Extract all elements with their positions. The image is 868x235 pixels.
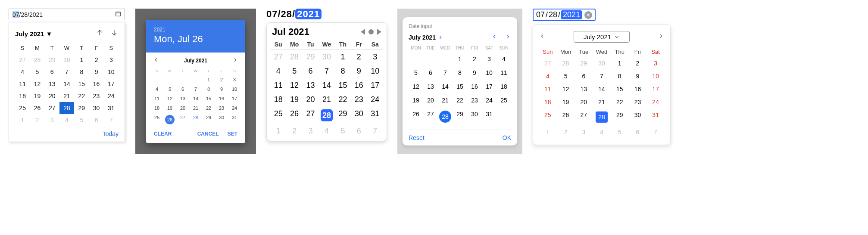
day-cell[interactable]: 26 bbox=[557, 108, 575, 126]
day-cell[interactable]: 17 bbox=[647, 83, 664, 96]
day-cell[interactable]: 17 bbox=[367, 78, 383, 93]
ios-date-input[interactable]: 07/28/2021 bbox=[266, 9, 387, 20]
day-cell[interactable]: 8 bbox=[74, 66, 89, 78]
day-cell[interactable]: 28 bbox=[30, 54, 44, 66]
prev-month-button[interactable] bbox=[539, 33, 545, 41]
day-cell[interactable]: 29 bbox=[303, 50, 318, 64]
input-day[interactable]: 28 bbox=[281, 9, 292, 19]
day-cell[interactable]: 2 bbox=[89, 54, 103, 66]
day-cell[interactable]: 5 bbox=[286, 64, 302, 78]
day-cell[interactable]: 30 bbox=[593, 57, 610, 70]
day-cell[interactable]: 20 bbox=[423, 93, 438, 107]
day-cell[interactable]: 21 bbox=[593, 96, 610, 108]
day-cell[interactable]: 2 bbox=[557, 126, 575, 139]
day-cell[interactable]: 2 bbox=[215, 75, 228, 84]
day-cell[interactable]: 9 bbox=[215, 84, 228, 94]
day-cell[interactable]: 16 bbox=[215, 94, 228, 103]
set-button[interactable]: SET bbox=[228, 131, 237, 137]
day-cell[interactable]: 18 bbox=[270, 93, 286, 107]
day-cell[interactable]: 6 bbox=[423, 66, 438, 80]
month-year-selector[interactable]: July 2021 bbox=[409, 34, 443, 41]
day-cell[interactable]: 22 bbox=[611, 96, 628, 108]
day-cell[interactable]: 9 bbox=[629, 70, 646, 83]
today-button[interactable] bbox=[368, 29, 374, 34]
day-cell[interactable]: 25 bbox=[150, 113, 163, 127]
day-cell[interactable]: 27 bbox=[539, 57, 556, 70]
day-cell[interactable]: 23 bbox=[467, 93, 482, 107]
day-cell[interactable]: 24 bbox=[367, 93, 383, 107]
day-cell[interactable]: 7 bbox=[59, 66, 74, 78]
next-month-button[interactable] bbox=[658, 33, 664, 41]
day-cell[interactable]: 4 bbox=[496, 52, 511, 66]
day-cell[interactable]: 26 bbox=[409, 107, 423, 126]
day-cell[interactable]: 13 bbox=[45, 78, 59, 90]
day-cell[interactable]: 6 bbox=[89, 114, 103, 126]
day-cell[interactable]: 14 bbox=[438, 80, 453, 93]
day-cell[interactable]: 11 bbox=[539, 83, 556, 96]
day-cell[interactable]: 5 bbox=[557, 70, 575, 83]
day-cell[interactable]: 13 bbox=[423, 80, 438, 93]
prev-month-button[interactable] bbox=[361, 29, 365, 35]
day-cell[interactable]: 25 bbox=[270, 107, 286, 124]
day-cell[interactable]: 29 bbox=[45, 54, 59, 66]
day-cell[interactable]: 30 bbox=[467, 107, 482, 126]
day-cell[interactable]: 29 bbox=[453, 107, 467, 126]
day-cell[interactable]: 25 bbox=[539, 108, 556, 126]
day-cell[interactable]: 2 bbox=[629, 57, 646, 70]
day-cell[interactable]: 10 bbox=[228, 84, 241, 94]
month-year-selector[interactable]: July 2021 bbox=[574, 31, 630, 43]
day-cell[interactable]: 23 bbox=[89, 90, 103, 102]
day-cell[interactable]: 22 bbox=[74, 90, 89, 102]
day-cell[interactable]: 2 bbox=[467, 52, 482, 66]
wc-date-input[interactable]: 07 / 28 / 2021 ✕ bbox=[533, 9, 596, 21]
day-cell[interactable]: 16 bbox=[467, 80, 482, 93]
day-cell[interactable]: 27 bbox=[423, 107, 438, 126]
day-cell[interactable]: 7 bbox=[367, 124, 383, 138]
day-cell[interactable]: 6 bbox=[629, 126, 646, 139]
prev-month-button[interactable] bbox=[153, 57, 159, 65]
day-cell[interactable]: 3 bbox=[104, 54, 119, 66]
day-cell[interactable]: 12 bbox=[409, 80, 423, 93]
day-cell[interactable]: 29 bbox=[335, 107, 351, 124]
day-cell[interactable]: 15 bbox=[335, 78, 351, 93]
calendar-icon[interactable] bbox=[115, 11, 121, 18]
day-cell[interactable]: 3 bbox=[228, 75, 241, 84]
day-cell[interactable]: 30 bbox=[89, 102, 103, 114]
day-cell[interactable]: 18 bbox=[150, 103, 163, 113]
day-cell[interactable]: 21 bbox=[438, 93, 453, 107]
day-cell[interactable]: 2 bbox=[30, 114, 44, 126]
day-cell[interactable]: 17 bbox=[228, 94, 241, 103]
day-cell[interactable]: 1 bbox=[611, 57, 628, 70]
day-cell[interactable]: 29 bbox=[74, 102, 89, 114]
day-cell[interactable]: 14 bbox=[189, 94, 202, 103]
day-cell[interactable]: 9 bbox=[351, 64, 367, 78]
chrome-date-input[interactable]: 07/28/2021 bbox=[9, 9, 125, 20]
month-label[interactable]: Jul 2021 bbox=[272, 26, 309, 37]
clear-button[interactable]: CLEAR bbox=[154, 131, 172, 137]
day-cell[interactable]: 3 bbox=[367, 50, 383, 64]
day-cell[interactable]: 4 bbox=[270, 64, 286, 78]
day-cell[interactable]: 30 bbox=[629, 108, 646, 126]
input-year[interactable]: 2021 bbox=[29, 11, 43, 18]
day-cell[interactable]: 15 bbox=[611, 83, 628, 96]
day-cell[interactable]: 21 bbox=[189, 103, 202, 113]
day-cell[interactable]: 6 bbox=[303, 64, 318, 78]
day-cell[interactable]: 12 bbox=[557, 83, 575, 96]
day-cell[interactable]: 5 bbox=[74, 114, 89, 126]
day-cell[interactable]: 29 bbox=[202, 113, 215, 127]
day-cell[interactable]: 11 bbox=[496, 66, 511, 80]
day-cell[interactable]: 1 bbox=[453, 52, 467, 66]
day-cell[interactable]: 22 bbox=[202, 103, 215, 113]
day-cell[interactable]: 9 bbox=[89, 66, 103, 78]
input-year[interactable]: 2021 bbox=[295, 9, 322, 19]
day-cell[interactable]: 5 bbox=[30, 66, 44, 78]
day-cell[interactable]: 5 bbox=[163, 84, 176, 94]
day-cell[interactable]: 26 bbox=[286, 107, 302, 124]
day-cell[interactable]: 22 bbox=[335, 93, 351, 107]
input-month[interactable]: 07 bbox=[266, 9, 278, 19]
input-year[interactable]: 2021 bbox=[561, 10, 582, 19]
day-cell[interactable]: 8 bbox=[453, 66, 467, 80]
day-cell[interactable]: 19 bbox=[163, 103, 176, 113]
day-cell[interactable]: 4 bbox=[59, 114, 74, 126]
day-cell[interactable]: 20 bbox=[575, 96, 592, 108]
